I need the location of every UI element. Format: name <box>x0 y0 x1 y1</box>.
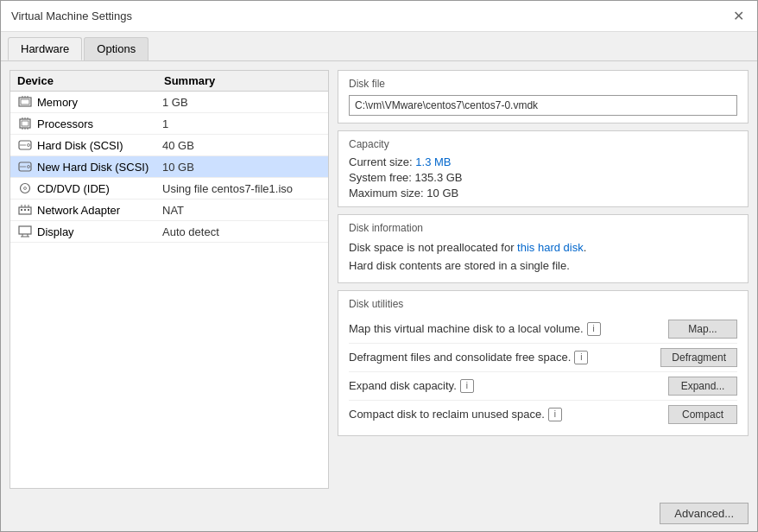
current-size-value: 1.3 MB <box>415 155 451 168</box>
tab-options[interactable]: Options <box>84 37 148 60</box>
device-name-new-hard-disk-scsi: New Hard Disk (SCSI) <box>37 161 162 174</box>
utility-desc-expand: Expand disk capacity. i <box>349 379 668 393</box>
main-content: Device Summary Memory 1 GB Processors 1 <box>1 61 757 497</box>
maximum-size-line: Maximum size: 10 GB <box>349 187 737 200</box>
device-name-network-adapter: Network Adapter <box>37 204 162 217</box>
device-name-memory: Memory <box>37 96 162 109</box>
utility-row-expand: Expand disk capacity. i Expand... <box>349 372 737 401</box>
disk-info-text: Disk space is not preallocated for this … <box>349 239 737 276</box>
current-size-label: Current size: <box>349 155 413 168</box>
disk-info-line1-post: . <box>584 241 587 254</box>
utility-label-map: Map this virtual machine disk to a local… <box>349 322 584 335</box>
processor-icon <box>17 117 33 130</box>
device-summary-display: Auto detect <box>162 225 321 238</box>
utility-label-defragment: Defragment files and consolidate free sp… <box>349 351 571 364</box>
utility-desc-compact: Compact disk to reclaim unused space. i <box>349 408 668 421</box>
utility-row-compact: Compact disk to reclaim unused space. i … <box>349 401 737 428</box>
display-icon <box>17 225 33 238</box>
capacity-section: Capacity Current size: 1.3 MB System fre… <box>338 130 749 207</box>
info-icon-compact: i <box>548 408 562 421</box>
disk-information-section: Disk information Disk space is not preal… <box>338 214 749 283</box>
new-hard-disk-icon <box>17 160 33 174</box>
info-icon-map: i <box>587 322 601 336</box>
system-free-line: System free: 135.3 GB <box>349 171 737 184</box>
device-item-hard-disk-scsi[interactable]: Hard Disk (SCSI) 40 GB <box>10 135 328 156</box>
virtual-machine-settings-window: Virtual Machine Settings ✕ Hardware Opti… <box>0 0 758 532</box>
defragment-button[interactable]: Defragment <box>660 348 737 367</box>
header-device: Device <box>17 74 164 87</box>
svg-rect-27 <box>28 209 29 211</box>
svg-rect-6 <box>22 121 28 126</box>
device-item-cd-dvd[interactable]: CD/DVD (IDE) Using file centos7-file1.is… <box>10 178 328 200</box>
disk-info-title: Disk information <box>349 222 737 234</box>
device-item-new-hard-disk-scsi[interactable]: New Hard Disk (SCSI) 10 GB <box>10 156 328 178</box>
svg-point-20 <box>24 187 27 190</box>
svg-point-19 <box>21 184 30 193</box>
device-list: Device Summary Memory 1 GB Processors 1 <box>9 70 329 489</box>
svg-rect-28 <box>19 226 31 234</box>
device-list-header: Device Summary <box>10 71 328 92</box>
device-item-memory[interactable]: Memory 1 GB <box>10 92 328 113</box>
disk-utilities-section: Disk utilities Map this virtual machine … <box>338 290 749 436</box>
device-summary-memory: 1 GB <box>162 96 321 109</box>
capacity-title: Capacity <box>349 138 737 150</box>
close-button[interactable]: ✕ <box>730 8 747 25</box>
device-summary-new-hard-disk-scsi: 10 GB <box>162 161 321 174</box>
capacity-rows: Current size: 1.3 MB System free: 135.3 … <box>349 155 737 200</box>
maximum-size-value: 10 GB <box>426 187 458 200</box>
system-free-label: System free: <box>349 171 412 184</box>
utility-desc-defragment: Defragment files and consolidate free sp… <box>349 351 660 364</box>
info-icon-defragment: i <box>574 351 588 364</box>
utility-row-map: Map this virtual machine disk to a local… <box>349 315 737 344</box>
cd-dvd-icon <box>17 181 33 195</box>
maximum-size-label: Maximum size: <box>349 187 424 200</box>
title-bar: Virtual Machine Settings ✕ <box>1 1 757 32</box>
window-title: Virtual Machine Settings <box>11 10 132 22</box>
device-name-display: Display <box>37 225 162 238</box>
disk-file-input[interactable] <box>349 95 737 116</box>
disk-info-line2: Hard disk contents are stored in a singl… <box>349 259 570 272</box>
device-summary-processors: 1 <box>162 117 321 130</box>
right-panel: Disk file Capacity Current size: 1.3 MB … <box>338 70 749 489</box>
disk-info-line1-highlight: this hard disk <box>517 241 584 254</box>
header-summary: Summary <box>164 74 321 87</box>
expand-button[interactable]: Expand... <box>668 377 737 396</box>
device-summary-network-adapter: NAT <box>162 204 321 217</box>
disk-file-section: Disk file <box>338 70 749 124</box>
footer: Advanced... <box>1 497 757 531</box>
hard-disk-icon <box>17 138 33 152</box>
disk-info-line1-pre: Disk space is not preallocated for <box>349 241 517 254</box>
svg-rect-26 <box>24 209 26 211</box>
device-name-processors: Processors <box>37 117 162 130</box>
tabs-bar: Hardware Options <box>1 32 757 61</box>
utility-desc-map: Map this virtual machine disk to a local… <box>349 322 668 336</box>
utility-row-defragment: Defragment files and consolidate free sp… <box>349 344 737 372</box>
tab-hardware[interactable]: Hardware <box>8 37 82 60</box>
device-name-cd-dvd: CD/DVD (IDE) <box>37 182 162 195</box>
network-adapter-icon <box>17 203 33 217</box>
svg-point-17 <box>28 166 30 168</box>
disk-utilities-title: Disk utilities <box>349 298 737 310</box>
device-summary-hard-disk-scsi: 40 GB <box>162 139 321 152</box>
info-icon-expand: i <box>460 379 474 393</box>
device-name-hard-disk-scsi: Hard Disk (SCSI) <box>37 139 162 152</box>
device-item-network-adapter[interactable]: Network Adapter NAT <box>10 200 328 221</box>
map-button[interactable]: Map... <box>668 320 737 339</box>
disk-file-title: Disk file <box>349 78 737 90</box>
svg-rect-25 <box>21 209 22 211</box>
memory-icon <box>17 95 33 109</box>
device-item-display[interactable]: Display Auto detect <box>10 221 328 243</box>
utility-label-compact: Compact disk to reclaim unused space. <box>349 408 545 421</box>
utility-label-expand: Expand disk capacity. <box>349 379 457 392</box>
advanced-button[interactable]: Advanced... <box>660 503 749 524</box>
current-size-line: Current size: 1.3 MB <box>349 155 737 168</box>
device-item-processors[interactable]: Processors 1 <box>10 113 328 135</box>
svg-point-14 <box>28 144 30 147</box>
system-free-value: 135.3 GB <box>415 171 463 184</box>
device-summary-cd-dvd: Using file centos7-file1.iso <box>162 182 321 195</box>
compact-button[interactable]: Compact <box>668 405 737 424</box>
svg-rect-1 <box>21 99 29 104</box>
